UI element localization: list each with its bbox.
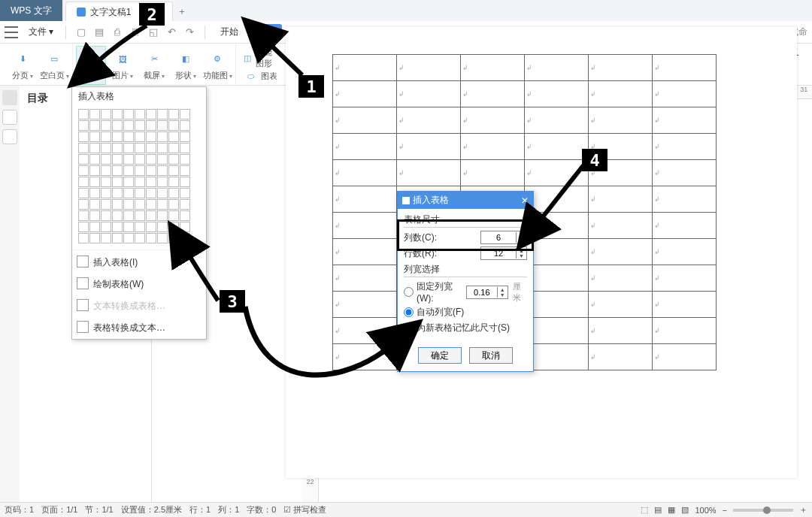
btn-shapes[interactable]: ◧形状	[171, 46, 201, 85]
tab-start[interactable]: 开始	[213, 26, 246, 38]
btn-smartart[interactable]: ◫智能图形	[239, 49, 281, 67]
table-dropdown: 插入表格 插入表格(I) 绘制表格(W) 文本转换成表格… 表格转换成文本…	[71, 86, 207, 340]
btn-page-break[interactable]: ⬇分页	[8, 46, 38, 85]
lt-page-icon[interactable]	[2, 110, 17, 125]
qat-print-icon[interactable]: ⎘	[128, 25, 143, 40]
zoom-in[interactable]: ＋	[799, 504, 807, 515]
lt-star-icon[interactable]	[2, 129, 17, 144]
status-row[interactable]: 行：1	[189, 504, 211, 515]
dd-insert-table[interactable]: 插入表格(I)	[72, 252, 206, 274]
dd-draw-table[interactable]: 绘制表格(W)	[72, 274, 206, 295]
qat-save-icon[interactable]: ⎙	[110, 25, 125, 40]
dd-table-to-text[interactable]: 表格转换成文本…	[72, 317, 206, 339]
status-chars[interactable]: 字数：0	[247, 504, 276, 515]
table-grid-picker[interactable]	[78, 109, 200, 243]
btn-function[interactable]: ⚙功能图	[202, 46, 232, 85]
cols-input[interactable]	[481, 233, 516, 242]
hamburger-icon[interactable]	[5, 26, 18, 38]
dialog-titlebar[interactable]: 插入表格 ✕	[398, 192, 533, 209]
doc-tab-label: 文字文稿1	[90, 2, 132, 22]
dd-text-to-table: 文本转换成表格…	[72, 295, 206, 317]
cols-spinner[interactable]: ▲▼	[480, 231, 527, 244]
btn-blank-page[interactable]: ▭空白页	[39, 46, 69, 85]
btn-table[interactable]: ▦表格	[76, 46, 106, 85]
status-page-of[interactable]: 页面：1/1	[41, 504, 77, 515]
zoom-out[interactable]: −	[723, 506, 727, 515]
view-icon-3[interactable]: ▦	[668, 505, 675, 515]
step-4: 4	[582, 149, 607, 171]
page-canvas[interactable]: ↲↲↲↲↲↲↲↲↲↲↲↲↲↲↲↲↲↲↲↲↲↲↲↲↲↲↲↲↲↲↲↲↲↲↲↲↲↲↲↲…	[286, 27, 797, 478]
view-icon-2[interactable]: ▤	[654, 505, 662, 515]
status-setvalue[interactable]: 设置值：2.5厘米	[121, 504, 182, 515]
zoom-label[interactable]: 100%	[695, 506, 716, 515]
tab-add-button[interactable]: ＋	[173, 2, 191, 21]
dialog-close-icon[interactable]: ✕	[521, 195, 529, 206]
fixed-width-spinner[interactable]: ▲▼	[466, 286, 508, 299]
doc-icon	[77, 8, 86, 17]
qat-undo-icon[interactable]: ↶	[164, 25, 179, 40]
dialog-title-text: 插入表格	[413, 194, 449, 207]
btn-picture[interactable]: 🖼图片	[108, 46, 138, 85]
rows-label: 行数(R):	[404, 247, 449, 260]
insert-table-dialog: 插入表格 ✕ 表格尺寸 列数(C): ▲▼ 行数(R): ▲▼ 列宽选择 固定列…	[397, 191, 534, 372]
status-col[interactable]: 列：1	[218, 504, 239, 515]
fixed-width-radio[interactable]: 固定列宽(W): ▲▼ 厘米	[404, 280, 527, 304]
qat-preview-icon[interactable]: ◱	[146, 25, 161, 40]
left-toolbar	[0, 86, 20, 502]
cols-label: 列数(C):	[404, 231, 449, 244]
file-menu[interactable]: 文件 ▾	[24, 26, 58, 38]
view-icon-4[interactable]: ▧	[681, 505, 689, 515]
dropdown-title: 插入表格	[72, 87, 206, 106]
title-bar: WPS 文字 文字文稿1 • ＋	[0, 0, 812, 21]
auto-width-radio[interactable]: 自动列宽(F)	[404, 306, 527, 319]
btn-screenshot[interactable]: ✂截屏	[139, 46, 169, 85]
step-1: 1	[298, 75, 324, 98]
lt-outline-icon[interactable]	[2, 90, 17, 105]
cancel-button[interactable]: 取消	[469, 347, 513, 364]
qat-new-icon[interactable]: ▢	[74, 25, 89, 40]
qat-open-icon[interactable]: ▤	[92, 25, 107, 40]
status-spell[interactable]: 拼写检查	[293, 505, 326, 514]
step-2: 2	[139, 3, 165, 26]
ok-button[interactable]: 确定	[418, 347, 462, 364]
tab-insert[interactable]: 插入	[249, 24, 282, 40]
remember-checkbox[interactable]: 为新表格记忆此尺寸(S)	[404, 322, 527, 334]
btn-chart[interactable]: ⬭图表	[239, 67, 281, 85]
qat-redo-icon[interactable]: ↷	[182, 25, 197, 40]
app-name: WPS 文字	[0, 0, 62, 21]
status-section[interactable]: 节：1/1	[85, 504, 113, 515]
step-3: 3	[220, 290, 245, 313]
status-bar: 页码：1 页面：1/1 节：1/1 设置值：2.5厘米 行：1 列：1 字数：0…	[0, 502, 812, 517]
rows-input[interactable]	[481, 249, 516, 258]
status-pagecode[interactable]: 页码：1	[5, 504, 34, 515]
zoom-slider[interactable]	[733, 509, 793, 512]
size-group-label: 表格尺寸	[404, 213, 527, 228]
view-icon-1[interactable]: ⬚	[641, 505, 648, 515]
width-group-label: 列宽选择	[404, 263, 527, 277]
rows-spinner[interactable]: ▲▼	[480, 246, 527, 260]
